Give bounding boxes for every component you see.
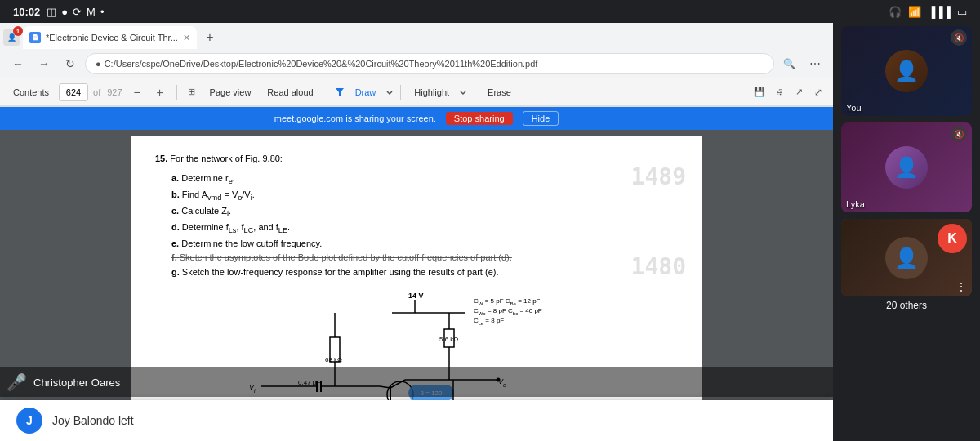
notification-avatar: J	[16, 408, 42, 434]
zoom-out-button[interactable]: −	[127, 82, 147, 102]
pages-view-icon: ⊞	[184, 82, 200, 102]
right-sidebar: 👤 You 🔇 👤 Lyka 🔇	[833, 23, 980, 441]
toolbar-divider	[176, 85, 177, 100]
headphone-icon: 🎧	[889, 6, 902, 18]
notification-badge: 1	[13, 26, 23, 36]
toolbar-divider4	[474, 85, 474, 100]
sync-icon: ⟳	[73, 6, 82, 18]
expand-button[interactable]: ⤢	[810, 84, 826, 100]
christopher-emoji: 👤	[894, 247, 919, 270]
read-aloud-button[interactable]: Read aloud	[261, 86, 319, 99]
browser-nav: ← → ↻ ● C:/Users/cspc/OneDrive/Desktop/E…	[0, 49, 833, 78]
mic-icon: 🎤	[7, 372, 27, 392]
battery-icon: ▭	[957, 6, 967, 18]
browser-chrome: 👤 1 📄 *Electronic Device & Circuit Thr..…	[0, 23, 833, 107]
filter-icon	[334, 87, 345, 98]
pdf-item-d: d. Determine fLs, fLC, and fLE.	[155, 220, 678, 237]
item-label-f: f.	[172, 252, 180, 262]
status-bar: 10:02 ◫ ● ⟳ M • 🎧 📶 ▐▐▐ ▭	[0, 0, 980, 23]
save-button[interactable]: 💾	[751, 84, 768, 100]
christopher-avatar: 👤	[885, 237, 928, 279]
settings-button[interactable]: ⋯	[804, 52, 826, 75]
item-text-d: Determine fLs, fLC, and fLE.	[182, 222, 290, 232]
pdf-item-c: c. Calculate Zi.	[155, 204, 678, 220]
share-button[interactable]: ↗	[791, 84, 807, 100]
pdf-toolbar: Contents of 927 − + ⊞ Page view Read alo…	[0, 78, 833, 106]
item-label-g: g.	[172, 267, 182, 277]
active-tab[interactable]: 📄 *Electronic Device & Circuit Thr... ✕	[23, 26, 197, 49]
highlight-dropdown-icon[interactable]	[459, 88, 467, 96]
address-lock-icon: ●	[96, 59, 101, 69]
svg-text:CWo = 8 pF   Cbc = 40 pF: CWo = 8 pF Cbc = 40 pF	[474, 307, 542, 316]
others-label: 20 others	[886, 300, 927, 311]
tab-favicon: 📄	[29, 32, 41, 43]
status-bar-right: 🎧 📶 ▐▐▐ ▭	[889, 6, 967, 18]
page-view-button[interactable]: Page view	[203, 86, 258, 99]
item-label-e: e.	[172, 238, 181, 248]
pdf-question: 15. For the network of Fig. 9.80:	[155, 153, 678, 165]
print-button[interactable]: 🖨	[771, 84, 787, 100]
svg-text:14 V: 14 V	[408, 292, 424, 300]
k-badge: K	[938, 224, 967, 253]
lyka-content: 👤	[885, 146, 928, 189]
pdf-item-e: e. Determine the low cutoff frequency.	[155, 237, 678, 252]
svg-text:5.6 kΩ: 5.6 kΩ	[439, 336, 458, 343]
page-number-input[interactable]	[59, 83, 88, 101]
refresh-button[interactable]: ↻	[59, 52, 82, 75]
item-text-f: Sketch the asymptotes of the Bode plot d…	[180, 252, 512, 262]
item-text-a: Determine re.	[181, 173, 235, 183]
notification-bar: J Joy Balondo left	[0, 400, 833, 441]
draw-button[interactable]: Draw	[349, 86, 383, 99]
question-text: For the network of Fig. 9.80:	[170, 154, 283, 163]
highlight-button[interactable]: Highlight	[408, 86, 456, 99]
svg-marker-0	[336, 88, 344, 96]
contents-button[interactable]: Contents	[7, 86, 56, 99]
new-tab-button[interactable]: +	[200, 28, 220, 47]
tile-menu-dots[interactable]: ⋮	[956, 280, 967, 293]
item-text-g: Sketch the low-frequency response for th…	[182, 267, 499, 277]
pdf-item-g: g. Sketch the low-frequency response for…	[155, 265, 678, 280]
background-number-2: 1480	[631, 251, 686, 283]
pdf-content: 15. For the network of Fig. 9.80: a. Det…	[0, 130, 833, 441]
svg-text:CW  = 5 pF    CBe = 12 pF: CW = 5 pF CBe = 12 pF	[474, 297, 541, 306]
tab-title: *Electronic Device & Circuit Thr...	[46, 33, 178, 42]
page-separator: of	[91, 87, 102, 97]
item-text-b: Find Avmd = Vo/Vi.	[182, 189, 255, 199]
hide-button[interactable]: Hide	[523, 111, 559, 126]
participant-tile-lyka: 👤 Lyka 🔇	[841, 122, 972, 212]
address-text: C:/Users/cspc/OneDrive/Desktop/Electroni…	[105, 59, 764, 69]
item-label-d: d.	[172, 222, 182, 232]
stop-sharing-button[interactable]: Stop sharing	[446, 112, 513, 125]
others-tile: 👤 K ⋮	[841, 219, 972, 296]
others-tile-container: 👤 K ⋮ 20 others	[841, 219, 972, 311]
status-time: 10:02	[13, 6, 40, 18]
wifi-icon: 📶	[908, 6, 921, 18]
lyka-mute-symbol: 🔇	[954, 130, 964, 139]
main-area: 👤 1 📄 *Electronic Device & Circuit Thr..…	[0, 23, 980, 441]
lyka-name-label: Lyka	[846, 199, 865, 209]
erase-button[interactable]: Erase	[481, 86, 518, 99]
you-avatar: 👤	[885, 50, 928, 92]
pdf-item-b: b. Find Avmd = Vo/Vi.	[155, 188, 678, 204]
draw-dropdown-icon[interactable]	[385, 88, 394, 96]
address-bar[interactable]: ● C:/Users/cspc/OneDrive/Desktop/Electro…	[85, 53, 774, 74]
background-number-1: 1489	[631, 161, 686, 193]
search-button[interactable]: 🔍	[777, 52, 800, 75]
page-total: 927	[105, 87, 123, 97]
tab-bar: 👤 1 📄 *Electronic Device & Circuit Thr..…	[0, 23, 833, 49]
item-label-b: b.	[172, 189, 182, 199]
screen-share-text: meet.google.com is sharing your screen.	[274, 114, 436, 123]
back-button[interactable]: ←	[7, 52, 29, 75]
forward-button[interactable]: →	[33, 52, 56, 75]
svg-text:Cce = 8 pF: Cce = 8 pF	[474, 317, 504, 326]
you-name-label: You	[846, 103, 862, 113]
participant-tile-you: 👤 You 🔇	[841, 26, 972, 116]
zoom-in-button[interactable]: +	[150, 82, 170, 102]
dot-icon: •	[100, 6, 105, 18]
question-number: 15.	[155, 154, 170, 163]
toolbar-divider3	[400, 85, 401, 100]
tab-close-button[interactable]: ✕	[183, 33, 190, 43]
lyka-avatar-emoji: 👤	[894, 156, 919, 179]
you-mute-symbol: 🔇	[954, 33, 964, 42]
status-bar-left: 10:02 ◫ ● ⟳ M •	[13, 6, 105, 18]
